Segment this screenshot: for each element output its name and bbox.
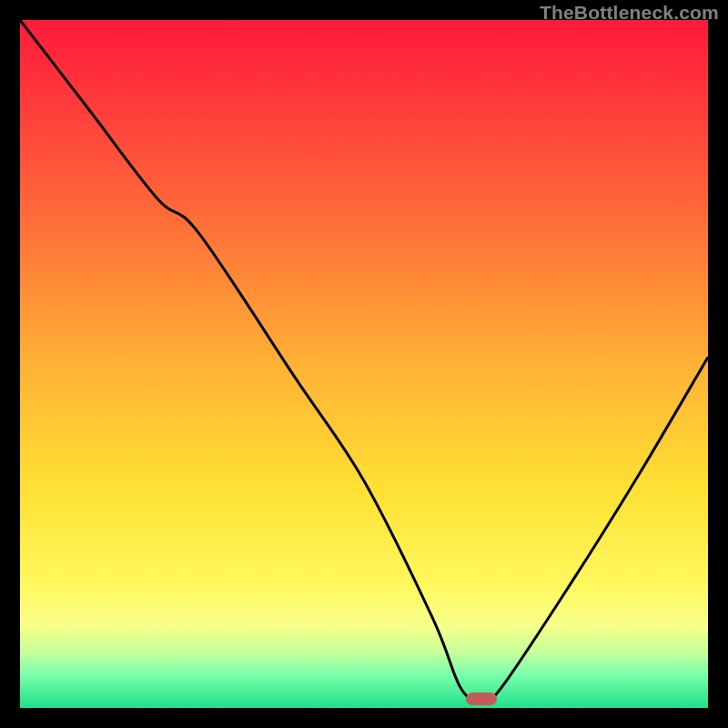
plot-area <box>20 20 708 708</box>
brand-watermark: TheBottleneck.com <box>540 2 719 24</box>
optimal-marker <box>466 693 497 705</box>
chart-frame: TheBottleneck.com <box>0 0 728 728</box>
bottleneck-curve <box>20 20 708 708</box>
curve-path <box>20 20 708 702</box>
